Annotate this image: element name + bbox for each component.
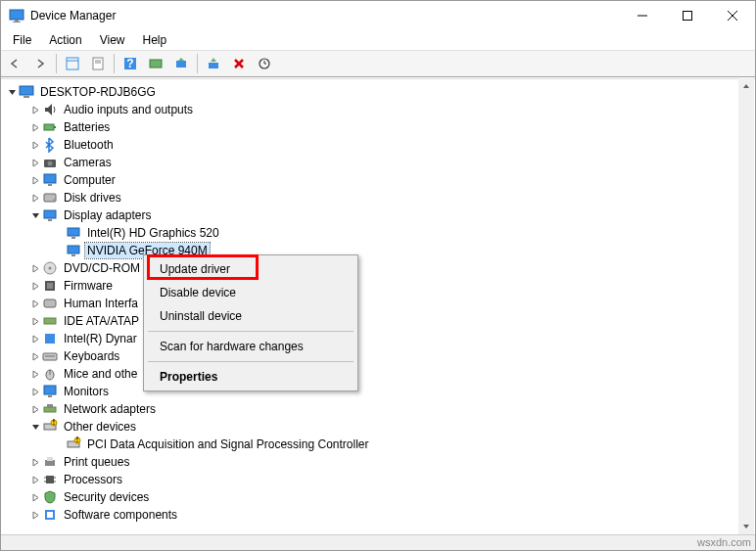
tree-item[interactable]: Human Interfa xyxy=(3,295,755,312)
tree-item-label: Network adapters xyxy=(62,401,158,417)
tree-item-label: Monitors xyxy=(62,384,111,399)
toolbar: ? xyxy=(1,50,755,77)
svg-rect-27 xyxy=(48,184,52,186)
tree-item[interactable]: Computer xyxy=(3,171,755,189)
menu-view[interactable]: View xyxy=(92,31,133,49)
tree-item[interactable]: NVIDIA GeForce 940M xyxy=(3,242,755,259)
svg-rect-0 xyxy=(10,10,24,20)
back-button[interactable] xyxy=(3,53,26,74)
expand-collapse-icon[interactable] xyxy=(28,106,42,115)
expand-collapse-icon[interactable] xyxy=(28,511,42,520)
tree-item-label: Print queues xyxy=(62,454,131,470)
svg-point-29 xyxy=(53,199,55,201)
toolbar-separator xyxy=(114,54,115,73)
expand-collapse-icon[interactable] xyxy=(28,123,42,132)
svg-rect-47 xyxy=(44,386,56,394)
device-tree[interactable]: DESKTOP-RDJB6GGAudio inputs and outputsB… xyxy=(1,78,755,534)
ctx-disable-device[interactable]: Disable device xyxy=(146,281,355,304)
ctx-properties[interactable]: Properties xyxy=(146,365,355,389)
ctx-scan-hardware[interactable]: Scan for hardware changes xyxy=(146,335,355,358)
expand-collapse-icon[interactable] xyxy=(28,476,42,484)
maximize-button[interactable] xyxy=(665,1,710,30)
menu-action[interactable]: Action xyxy=(41,31,89,49)
tree-item[interactable]: Processors xyxy=(3,471,755,488)
tree-item[interactable]: IDE ATA/ATAP xyxy=(3,312,755,330)
svg-rect-15 xyxy=(176,61,186,68)
tree-item[interactable]: Disk drives xyxy=(3,189,755,207)
tree-item[interactable]: Network adapters xyxy=(3,400,755,418)
device-icon xyxy=(42,313,58,329)
expand-collapse-icon[interactable] xyxy=(5,88,19,97)
scroll-up-button[interactable] xyxy=(738,78,754,94)
svg-rect-31 xyxy=(48,219,52,221)
ctx-update-driver[interactable]: Update driver xyxy=(146,257,355,281)
tree-item[interactable]: Keyboards xyxy=(3,347,755,365)
expand-collapse-icon[interactable] xyxy=(28,423,42,432)
show-hide-tree-button[interactable] xyxy=(61,53,84,74)
tree-item[interactable]: !Other devices xyxy=(3,418,755,436)
help-button[interactable]: ? xyxy=(118,53,142,74)
expand-collapse-icon[interactable] xyxy=(28,352,42,361)
expand-collapse-icon[interactable] xyxy=(28,282,42,291)
forward-button[interactable] xyxy=(28,53,52,74)
scan-button[interactable] xyxy=(144,53,167,74)
properties-button[interactable] xyxy=(86,53,110,74)
tree-item[interactable]: Intel(R) HD Graphics 520 xyxy=(3,224,755,242)
uninstall-button[interactable] xyxy=(227,53,251,74)
svg-rect-14 xyxy=(150,60,162,68)
tree-item[interactable]: Intel(R) Dynar xyxy=(3,330,755,347)
device-icon: ! xyxy=(42,419,58,435)
tree-item[interactable]: Audio inputs and outputs xyxy=(3,101,755,118)
expand-collapse-icon[interactable] xyxy=(28,211,42,220)
scroll-down-button[interactable] xyxy=(738,519,754,534)
device-icon xyxy=(42,260,58,276)
tree-item[interactable]: Print queues xyxy=(3,453,755,471)
svg-rect-1 xyxy=(15,20,19,22)
tree-item[interactable]: DESKTOP-RDJB6GG xyxy=(3,83,755,101)
minimize-button[interactable] xyxy=(620,1,665,30)
tree-item[interactable]: DVD/CD-ROM xyxy=(3,259,755,277)
tree-item[interactable]: !PCI Data Acquisition and Signal Process… xyxy=(3,436,755,453)
expand-collapse-icon[interactable] xyxy=(28,493,42,502)
tree-item[interactable]: Display adapters xyxy=(3,207,755,224)
enable-button[interactable] xyxy=(202,53,225,74)
scan-hardware-button[interactable] xyxy=(253,53,276,74)
menu-help[interactable]: Help xyxy=(135,31,175,49)
tree-item[interactable]: Batteries xyxy=(3,118,755,136)
expand-collapse-icon[interactable] xyxy=(28,317,42,326)
svg-rect-59 xyxy=(46,476,54,483)
expand-collapse-icon[interactable] xyxy=(28,388,42,396)
device-icon xyxy=(42,155,58,170)
expand-collapse-icon[interactable] xyxy=(28,194,42,203)
update-driver-button[interactable] xyxy=(169,53,193,74)
expand-collapse-icon[interactable] xyxy=(28,141,42,150)
tree-item-label: Intel(R) HD Graphics 520 xyxy=(85,225,221,241)
expand-collapse-icon[interactable] xyxy=(28,159,42,167)
expand-collapse-icon[interactable] xyxy=(28,176,42,185)
expand-collapse-icon[interactable] xyxy=(28,299,42,308)
tree-item-label: Bluetooth xyxy=(62,137,116,153)
svg-rect-42 xyxy=(45,334,55,344)
tree-item-label: Keyboards xyxy=(62,348,121,364)
expand-collapse-icon[interactable] xyxy=(28,335,42,344)
window-title: Device Manager xyxy=(30,9,620,23)
tree-item[interactable]: Firmware xyxy=(3,277,755,295)
tree-item[interactable]: Security devices xyxy=(3,488,755,506)
expand-collapse-icon[interactable] xyxy=(28,370,42,379)
tree-item[interactable]: Cameras xyxy=(3,154,755,171)
ctx-uninstall-device[interactable]: Uninstall device xyxy=(146,304,355,328)
watermark: wsxdn.com xyxy=(697,536,751,548)
vertical-scrollbar[interactable] xyxy=(738,78,754,534)
tree-item[interactable]: Mice and othe xyxy=(3,365,755,383)
menu-file[interactable]: File xyxy=(5,31,39,49)
tree-item[interactable]: Bluetooth xyxy=(3,136,755,154)
svg-point-37 xyxy=(49,267,52,270)
tree-item[interactable]: Monitors xyxy=(3,383,755,400)
expand-collapse-icon[interactable] xyxy=(28,405,42,414)
expand-collapse-icon[interactable] xyxy=(28,458,42,467)
svg-text:?: ? xyxy=(126,57,133,70)
tree-item[interactable]: Software components xyxy=(3,506,755,524)
close-button[interactable] xyxy=(710,1,755,30)
expand-collapse-icon[interactable] xyxy=(28,264,42,273)
device-icon xyxy=(42,472,58,487)
